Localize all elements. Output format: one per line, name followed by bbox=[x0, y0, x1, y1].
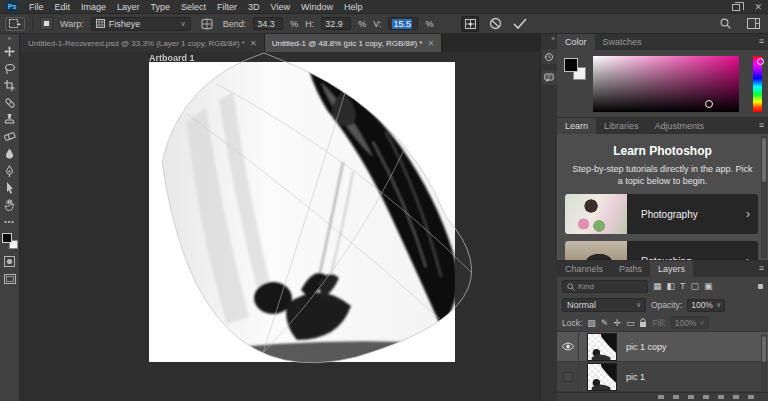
tab-swatches[interactable]: Swatches bbox=[595, 34, 650, 50]
warp-style-icon bbox=[96, 19, 105, 28]
search-icon[interactable] bbox=[720, 18, 731, 29]
close-tab-icon[interactable]: ✕ bbox=[427, 39, 434, 48]
doc-tab-recovered[interactable]: Untitled-1-Recovered.psd @ 33.3% (Layer … bbox=[21, 34, 265, 52]
menu-edit[interactable]: Edit bbox=[55, 0, 71, 14]
screen-mode-icon[interactable] bbox=[1, 270, 19, 287]
panel-menu-icon[interactable]: ≡ bbox=[759, 263, 764, 273]
layer-row-pic1copy[interactable]: pic 1 copy bbox=[557, 332, 768, 362]
menu-type[interactable]: Type bbox=[151, 0, 171, 14]
tab-learn[interactable]: Learn bbox=[557, 118, 596, 134]
split-warp-icon[interactable] bbox=[461, 16, 479, 32]
eraser-tool[interactable] bbox=[1, 128, 19, 145]
warp-orientation-icon[interactable] bbox=[198, 16, 216, 32]
fill-input[interactable]: 100% ∨ bbox=[671, 316, 709, 329]
layer-thumbnail[interactable] bbox=[587, 333, 617, 361]
filter-type-icon[interactable]: T bbox=[680, 280, 686, 293]
close-tab-icon[interactable]: ✕ bbox=[250, 39, 257, 48]
tab-layers[interactable]: Layers bbox=[650, 261, 693, 277]
layer-row-pic1[interactable]: pic 1 bbox=[557, 362, 768, 392]
path-select-tool[interactable] bbox=[1, 179, 19, 196]
menu-image[interactable]: Image bbox=[81, 0, 106, 14]
hue-slider-marker[interactable] bbox=[757, 58, 764, 65]
doc-tab-label: Untitled-1-Recovered.psd @ 33.3% (Layer … bbox=[28, 39, 245, 48]
menu-view[interactable]: View bbox=[271, 0, 290, 14]
panel-menu-icon[interactable]: ≡ bbox=[759, 36, 764, 46]
comments-panel-icon[interactable] bbox=[542, 70, 557, 85]
foreground-background-swatches[interactable] bbox=[2, 233, 18, 249]
learn-scrollbar[interactable] bbox=[761, 136, 767, 258]
tool-preset-picker[interactable] bbox=[5, 17, 25, 31]
clone-stamp-tool[interactable] bbox=[1, 111, 19, 128]
visibility-toggle[interactable] bbox=[557, 362, 579, 392]
menu-3d[interactable]: 3D bbox=[248, 0, 260, 14]
commit-transform-icon[interactable] bbox=[511, 16, 529, 32]
tab-channels[interactable]: Channels bbox=[557, 261, 611, 277]
foreground-color-swatch[interactable] bbox=[2, 233, 12, 243]
warp-anchor-toggle[interactable] bbox=[40, 17, 53, 30]
quick-mask-icon[interactable] bbox=[1, 253, 19, 270]
menu-help[interactable]: Help bbox=[344, 0, 363, 14]
doc-tab-untitled1[interactable]: Untitled-1 @ 48.8% (pic 1 copy, RGB/8#) … bbox=[265, 34, 442, 52]
artboard-label[interactable]: Artboard 1 bbox=[149, 53, 195, 63]
toolbar-collapse-icon[interactable]: » bbox=[8, 35, 12, 43]
blur-tool[interactable] bbox=[1, 145, 19, 162]
v-input[interactable]: 15.5 bbox=[388, 17, 418, 30]
tab-color[interactable]: Color bbox=[557, 34, 595, 50]
tab-paths[interactable]: Paths bbox=[611, 261, 650, 277]
menu-window[interactable]: Window bbox=[301, 0, 333, 14]
divider bbox=[32, 17, 33, 31]
saturation-field[interactable] bbox=[593, 56, 739, 112]
learn-card-photography[interactable]: Photography › bbox=[565, 194, 758, 234]
layers-scrollbar[interactable] bbox=[761, 335, 767, 397]
lock-artboard-icon[interactable]: ▭ bbox=[626, 318, 635, 328]
visibility-toggle[interactable] bbox=[557, 332, 579, 362]
restore-window-icon[interactable] bbox=[732, 4, 740, 11]
menu-layer[interactable]: Layer bbox=[117, 0, 140, 14]
canvas-area[interactable]: Artboard 1 bbox=[21, 52, 540, 401]
layer-name: pic 1 bbox=[626, 372, 645, 382]
filter-toggle-icon[interactable] bbox=[758, 284, 763, 289]
opacity-input[interactable]: 100% ∨ bbox=[687, 299, 725, 312]
menu-file[interactable]: File bbox=[29, 0, 44, 14]
lock-all-icon[interactable] bbox=[639, 318, 647, 328]
photoshop-logo: Ps bbox=[6, 1, 18, 12]
blend-mode-select[interactable]: Normal ∨ bbox=[562, 298, 646, 312]
filter-pixel-icon[interactable]: ▦ bbox=[653, 280, 662, 293]
panel-menu-icon[interactable]: ≡ bbox=[759, 120, 764, 130]
color-picker-cursor[interactable] bbox=[705, 100, 713, 108]
filter-shape-icon[interactable]: ▢ bbox=[691, 280, 700, 293]
layer-thumbnail[interactable] bbox=[587, 363, 617, 391]
filter-smartobject-icon[interactable]: ▣ bbox=[704, 280, 713, 293]
layer-filter-search[interactable]: Kind bbox=[562, 280, 648, 293]
cancel-transform-icon[interactable] bbox=[486, 16, 504, 32]
lock-position-icon[interactable]: ✛ bbox=[613, 318, 621, 328]
workspace-switcher-icon[interactable] bbox=[747, 18, 760, 29]
move-tool[interactable] bbox=[1, 43, 19, 60]
lasso-tool[interactable] bbox=[1, 60, 19, 77]
eye-hidden-box[interactable] bbox=[563, 372, 573, 382]
warp-style-select[interactable]: Fisheye ∨ bbox=[91, 17, 191, 31]
lock-transparency-icon[interactable]: ▨ bbox=[587, 318, 596, 328]
h-input[interactable]: 32.9 bbox=[321, 17, 351, 30]
crop-tool[interactable] bbox=[1, 77, 19, 94]
learn-card-retouching[interactable]: Retouching › bbox=[565, 241, 758, 261]
edit-toolbar-icon[interactable]: ••• bbox=[1, 213, 19, 230]
color-panel-swatches[interactable] bbox=[564, 58, 586, 80]
tab-adjustments[interactable]: Adjustments bbox=[647, 118, 713, 134]
tab-libraries[interactable]: Libraries bbox=[596, 118, 647, 134]
history-panel-icon[interactable] bbox=[542, 49, 557, 64]
pen-tool[interactable] bbox=[1, 162, 19, 179]
close-window-icon[interactable]: ✕ bbox=[754, 2, 762, 12]
menu-filter[interactable]: Filter bbox=[217, 0, 237, 14]
bend-input[interactable]: 34.3 bbox=[253, 17, 283, 30]
tools-panel: » ••• bbox=[0, 34, 20, 401]
warped-photo[interactable] bbox=[21, 52, 540, 401]
lock-pixels-icon[interactable]: ✎ bbox=[601, 318, 609, 328]
layers-footer-icons[interactable] bbox=[557, 392, 768, 401]
healing-brush-tool[interactable] bbox=[1, 94, 19, 111]
retouching-thumbnail bbox=[565, 241, 627, 261]
filter-adjustment-icon[interactable]: ◧ bbox=[667, 280, 676, 293]
menu-select[interactable]: Select bbox=[181, 0, 206, 14]
hand-tool[interactable] bbox=[1, 196, 19, 213]
doc-tab-label: Untitled-1 @ 48.8% (pic 1 copy, RGB/8#) … bbox=[272, 39, 423, 48]
